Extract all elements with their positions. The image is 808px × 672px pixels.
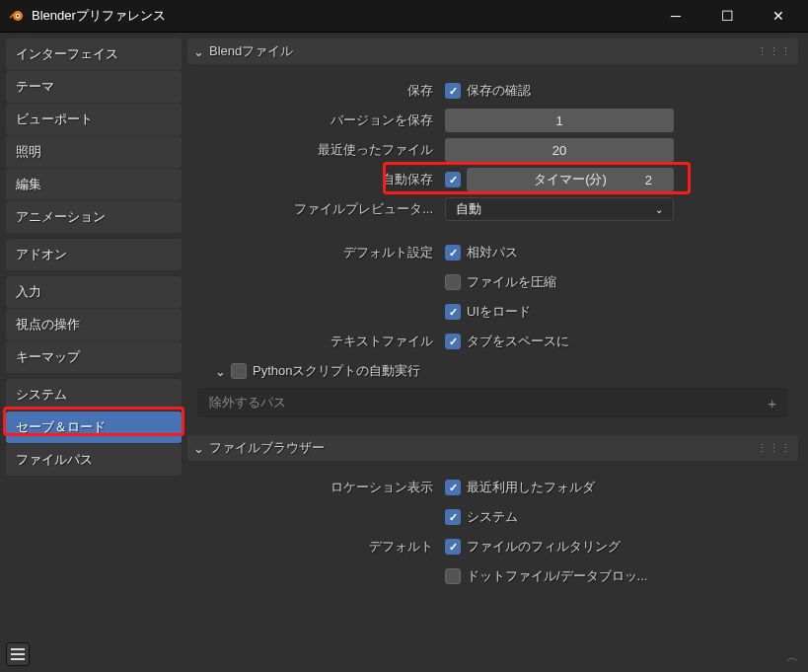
text-save-confirm: 保存の確認 — [467, 82, 531, 100]
maximize-button[interactable]: ☐ — [713, 2, 741, 30]
label-recent: 最近使ったファイル — [197, 141, 439, 159]
text-loadui: UIをロード — [467, 303, 531, 321]
highlight-autosave — [383, 162, 691, 194]
select-preview[interactable]: 自動 ⌄ — [445, 197, 674, 221]
nav-editing[interactable]: 編集 — [6, 169, 182, 200]
chevron-down-icon: ⌄ — [193, 441, 203, 456]
chevron-down-icon: ⌄ — [655, 204, 663, 215]
text-compress: ファイルを圧縮 — [467, 273, 556, 291]
text-relative: 相対パス — [467, 244, 518, 261]
minimize-button[interactable]: ─ — [662, 2, 690, 30]
grip-icon: ⋮⋮⋮ — [757, 45, 792, 58]
nav-filepaths[interactable]: ファイルパス — [6, 444, 182, 476]
checkbox-tabs[interactable]: ✓ — [445, 334, 461, 349]
blender-logo-icon — [8, 8, 24, 24]
label-defaults: デフォルト設定 — [197, 244, 439, 261]
panel-header-browser[interactable]: ⌄ ファイルブラウザー ⋮⋮⋮ — [187, 435, 798, 461]
nav-addons[interactable]: アドオン — [6, 239, 182, 270]
checkbox-relative[interactable]: ✓ — [445, 245, 461, 261]
input-recent[interactable]: 20 — [445, 138, 674, 162]
label-save: 保存 — [197, 82, 439, 100]
label-preview: ファイルプレビュータ... — [197, 200, 439, 218]
label-default: デフォルト — [197, 538, 439, 556]
text-dotfiles: ドットファイル/データブロッ... — [467, 567, 647, 585]
checkbox-loadui[interactable]: ✓ — [445, 304, 461, 320]
nav-interface[interactable]: インターフェイス — [6, 38, 182, 70]
text-filter: ファイルのフィルタリング — [467, 538, 621, 556]
nav-lights[interactable]: 照明 — [6, 136, 182, 168]
chevron-down-icon: ⌄ — [215, 364, 225, 379]
window-title: Blenderプリファレンス — [32, 7, 662, 25]
panel-body-browser: ロケーション表示 ✓ 最近利用したフォルダ ✓ システム デフォルト ✓ ファイ… — [187, 469, 798, 599]
input-versions[interactable]: 1 — [445, 109, 674, 132]
panel-header-python[interactable]: ⌄ Pythonスクリプトの自動実行 — [209, 358, 788, 384]
checkbox-dotfiles[interactable] — [445, 568, 461, 584]
nav-input[interactable]: 入力 — [6, 276, 182, 308]
close-button[interactable]: ✕ — [765, 2, 792, 30]
checkbox-python-autoexec[interactable] — [231, 363, 247, 379]
text-tabs: タブをスペースに — [467, 333, 569, 350]
hamburger-menu-button[interactable] — [6, 642, 30, 666]
checkbox-system[interactable]: ✓ — [445, 509, 461, 525]
nav-viewport[interactable]: ビューポート — [6, 104, 182, 135]
sidebar: インターフェイス テーマ ビューポート 照明 編集 アニメーション アドオン 入… — [0, 33, 187, 672]
panel-header-blend[interactable]: ⌄ Blendファイル ⋮⋮⋮ — [187, 38, 798, 64]
checkbox-compress[interactable] — [445, 274, 461, 290]
label-versions: バージョンを保存 — [197, 112, 439, 129]
label-location: ロケーション表示 — [197, 479, 439, 496]
highlight-save-load — [3, 407, 184, 436]
nav-theme[interactable]: テーマ — [6, 71, 182, 103]
panel-body-blend: 保存 ✓ 保存の確認 バージョンを保存 1 最近使ったファイル 20 自動保存 … — [187, 72, 798, 427]
svg-point-2 — [17, 15, 19, 17]
chevron-down-icon: ⌄ — [193, 44, 203, 59]
text-system: システム — [467, 508, 518, 526]
exclude-path-field[interactable]: 除外するパス + — [197, 388, 788, 417]
grip-icon: ⋮⋮⋮ — [757, 442, 792, 455]
nav-animation[interactable]: アニメーション — [6, 201, 182, 233]
nav-navigation[interactable]: 視点の操作 — [6, 309, 182, 340]
checkbox-filter[interactable]: ✓ — [445, 539, 461, 555]
checkbox-recent-folder[interactable]: ✓ — [445, 480, 461, 495]
text-recent-folder: 最近利用したフォルダ — [467, 479, 595, 496]
plus-icon[interactable]: + — [768, 395, 776, 411]
back-to-top-icon[interactable]: ︿ — [786, 649, 798, 666]
nav-keymap[interactable]: キーマップ — [6, 341, 182, 373]
label-textfile: テキストファイル — [197, 333, 439, 350]
checkbox-save-confirm[interactable]: ✓ — [445, 83, 461, 99]
